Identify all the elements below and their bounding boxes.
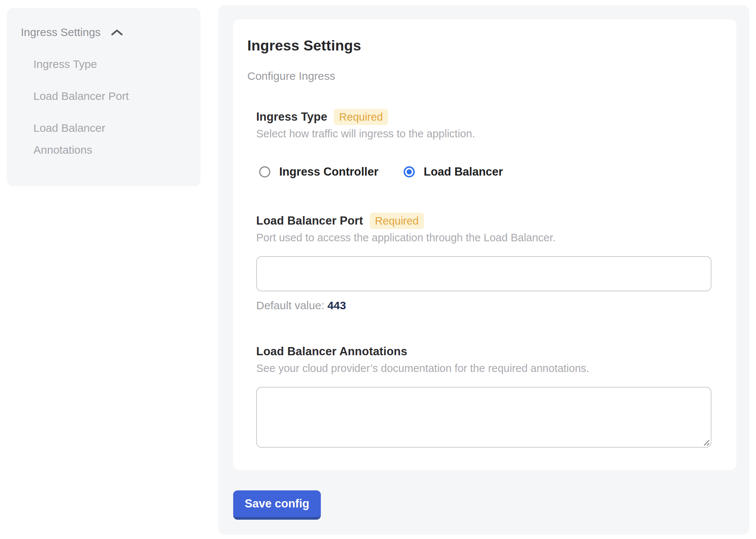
lb-annotations-title: Load Balancer Annotations bbox=[256, 345, 407, 358]
save-config-button[interactable]: Save config bbox=[233, 490, 321, 520]
lb-port-default-value: 443 bbox=[328, 299, 346, 311]
ingress-type-title: Ingress Type bbox=[256, 110, 327, 124]
page-subtitle: Configure Ingress bbox=[247, 71, 722, 82]
lb-annotations-textarea[interactable] bbox=[256, 387, 711, 448]
sidebar-item-load-balancer-annotations[interactable]: Load Balancer Annotations bbox=[33, 117, 162, 161]
sidebar-group-label: Ingress Settings bbox=[21, 26, 101, 39]
sidebar-item-ingress-type[interactable]: Ingress Type bbox=[33, 53, 162, 75]
settings-sidebar: Ingress Settings Ingress Type Load Balan… bbox=[7, 8, 201, 186]
chevron-up-icon bbox=[110, 28, 124, 36]
section-load-balancer-port: Load Balancer Port Required Port used to… bbox=[256, 213, 711, 312]
radio-selected-icon[interactable] bbox=[404, 166, 415, 177]
radio-unselected-icon[interactable] bbox=[259, 166, 270, 177]
ingress-settings-card: Ingress Settings Configure Ingress Ingre… bbox=[233, 19, 736, 470]
sidebar-item-load-balancer-port[interactable]: Load Balancer Port bbox=[33, 85, 162, 107]
page-title: Ingress Settings bbox=[247, 37, 722, 54]
required-badge: Required bbox=[334, 109, 388, 125]
ingress-type-options: Ingress Controller Load Balancer bbox=[256, 165, 711, 179]
lb-port-input[interactable] bbox=[256, 256, 711, 291]
section-ingress-type: Ingress Type Required Select how traffic… bbox=[256, 109, 711, 179]
sidebar-group-ingress-settings[interactable]: Ingress Settings bbox=[21, 21, 186, 43]
section-load-balancer-annotations: Load Balancer Annotations See your cloud… bbox=[256, 343, 711, 448]
required-badge: Required bbox=[370, 213, 424, 229]
resize-handle-icon[interactable] bbox=[701, 438, 710, 447]
lb-port-default: Default value: 443 bbox=[256, 299, 711, 312]
main-panel: Ingress Settings Configure Ingress Ingre… bbox=[218, 5, 749, 535]
radio-option-load-balancer[interactable]: Load Balancer bbox=[401, 165, 503, 179]
lb-port-title: Load Balancer Port bbox=[256, 214, 363, 228]
radio-option-ingress-controller[interactable]: Ingress Controller bbox=[256, 165, 378, 179]
ingress-type-description: Select how traffic will ingress to the a… bbox=[256, 127, 711, 140]
lb-port-description: Port used to access the application thro… bbox=[256, 231, 711, 244]
lb-annotations-description: See your cloud provider’s documentation … bbox=[256, 362, 711, 375]
